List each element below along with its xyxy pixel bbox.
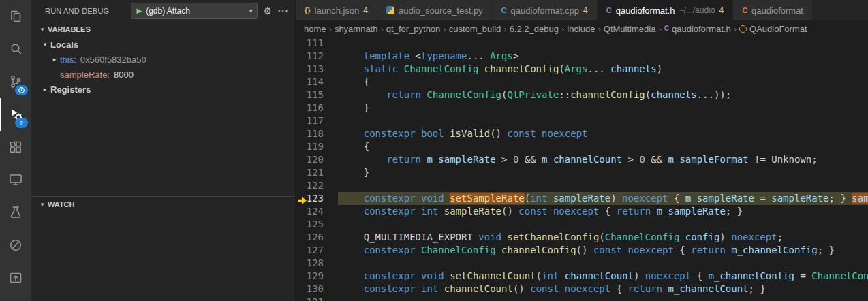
- remote-explorer-icon: [7, 172, 24, 188]
- breadcrumbs: home›shyamnath›qt_for_python›custom_buil…: [296, 20, 868, 37]
- more-actions-icon[interactable]: ⋯: [277, 5, 288, 16]
- code-line-131[interactable]: 131: [296, 296, 868, 301]
- activity-item-circle-slash[interactable]: [0, 229, 31, 262]
- breadcrumb-qaudioformat-h[interactable]: Cqaudioformat.h: [664, 24, 731, 34]
- line-number[interactable]: 129: [296, 270, 338, 283]
- testing-icon: [7, 204, 24, 221]
- code-line-115[interactable]: 115 return ChannelConfig(QtPrivate::chan…: [296, 89, 868, 101]
- line-number[interactable]: 116: [296, 101, 338, 114]
- line-number[interactable]: 117: [296, 114, 338, 127]
- code-line-116[interactable]: 116 }: [296, 101, 868, 114]
- line-number[interactable]: 114: [296, 76, 338, 89]
- code-line-content: constexpr void setSampleRate(int sampleR…: [338, 192, 868, 205]
- code-line-124[interactable]: 124 constexpr int sampleRate() const noe…: [296, 205, 868, 218]
- line-number[interactable]: 127: [296, 244, 338, 257]
- code-line-121[interactable]: 121 }: [296, 166, 868, 179]
- code-line-112[interactable]: 112 template <typename... Args>: [296, 50, 868, 63]
- variables-pane: ▾ VARIABLES ▾Locals▸this:0x560f5832ba50s…: [31, 22, 295, 196]
- line-number[interactable]: 128: [296, 257, 338, 270]
- breadcrumb-qtmultimedia[interactable]: QtMultimedia: [604, 24, 656, 34]
- activity-item-explorer[interactable]: [0, 0, 31, 33]
- code-line-123[interactable]: 123 constexpr void setSampleRate(int sam…: [296, 192, 868, 205]
- code-line-content: [338, 114, 868, 127]
- line-number[interactable]: 118: [296, 127, 338, 140]
- breadcrumb-qaudioformat[interactable]: QAudioFormat: [739, 24, 807, 34]
- code-line-113[interactable]: 113 static ChannelConfig channelConfig(A…: [296, 63, 868, 76]
- breadcrumb-qt-for-python[interactable]: qt_for_python: [386, 24, 441, 34]
- code-line-118[interactable]: 118 constexpr bool isValid() const noexc…: [296, 127, 868, 140]
- debug-config-label: (gdb) Attach: [146, 6, 190, 16]
- breadcrumb-home[interactable]: home: [304, 24, 326, 34]
- json-file-icon: {}: [305, 7, 311, 14]
- tab-qaudioformat-h[interactable]: Cqaudioformat.h~/.../audio4: [598, 0, 733, 20]
- gear-icon[interactable]: ⚙: [263, 6, 272, 16]
- tab-label: audio_source_test.py: [399, 5, 483, 16]
- breadcrumb-custom-build[interactable]: custom_build: [449, 24, 501, 34]
- code-line-content: }: [338, 101, 868, 114]
- code-line-129[interactable]: 129 constexpr void setChannelCount(int c…: [296, 270, 868, 283]
- tab-qaudioformat-cpp[interactable]: Cqaudioformat.cpp4: [493, 0, 598, 20]
- watch-pane: ▾ WATCH: [31, 196, 295, 301]
- code-line-111[interactable]: 111: [296, 37, 868, 50]
- breadcrumb-6-2-2-debug[interactable]: 6.2.2_debug: [510, 24, 559, 34]
- activity-item-testing[interactable]: [0, 196, 31, 229]
- chevron-right-icon: ▸: [40, 86, 50, 93]
- activity-item-inbox[interactable]: [0, 262, 31, 294]
- code-line-content: static ChannelConfig channelConfig(Args.…: [338, 63, 868, 76]
- class-symbol-icon: [739, 25, 747, 33]
- tab-label: qaudioformat.cpp: [511, 5, 579, 16]
- scope-registers[interactable]: ▸Registers: [31, 82, 295, 97]
- line-number[interactable]: 131: [296, 296, 338, 301]
- code-line-127[interactable]: 127 constexpr ChannelConfig channelConfi…: [296, 244, 868, 257]
- variable-this[interactable]: ▸this:0x560f5832ba50: [31, 52, 295, 67]
- breadcrumb-separator: ›: [658, 24, 661, 34]
- line-number[interactable]: 124: [296, 205, 338, 218]
- tab-audio-source-test-py[interactable]: audio_source_test.py: [377, 0, 493, 20]
- line-number[interactable]: 115: [296, 89, 338, 101]
- variable-sampleRate[interactable]: sampleRate:8000: [31, 67, 295, 82]
- breadcrumb-shyamnath[interactable]: shyamnath: [335, 24, 378, 34]
- line-number[interactable]: 125: [296, 218, 338, 231]
- sidebar-header: RUN AND DEBUG ▶ (gdb) Attach ▾ ⚙ ⋯: [31, 0, 295, 22]
- activity-item-remote-explorer[interactable]: [0, 163, 31, 196]
- code-line-128[interactable]: 128: [296, 257, 868, 270]
- line-number[interactable]: 120: [296, 153, 338, 166]
- line-number[interactable]: 113: [296, 63, 338, 76]
- tab-label: qaudioformat: [751, 5, 803, 16]
- line-number[interactable]: 121: [296, 166, 338, 179]
- tab-badge: 4: [363, 5, 368, 15]
- variable-value: 0x560f5832ba50: [80, 54, 146, 65]
- code-line-120[interactable]: 120 return m_sampleRate > 0 && m_channel…: [296, 153, 868, 166]
- breadcrumb-include[interactable]: include: [567, 24, 595, 34]
- line-number[interactable]: 112: [296, 50, 338, 63]
- code-line-125[interactable]: 125: [296, 218, 868, 231]
- explorer-icon: [7, 8, 24, 25]
- code-line-122[interactable]: 122: [296, 179, 868, 192]
- debug-current-line-arrow: [298, 195, 307, 202]
- code-area[interactable]: 111112 template <typename... Args>113 st…: [296, 37, 868, 301]
- line-number[interactable]: 111: [296, 37, 338, 50]
- code-line-content: Q_MULTIMEDIA_EXPORT void setChannelConfi…: [338, 231, 868, 244]
- watch-section-header[interactable]: ▾ WATCH: [31, 197, 295, 212]
- tab-launch-json[interactable]: {}launch.json4: [296, 0, 377, 20]
- line-number[interactable]: 126: [296, 231, 338, 244]
- breadcrumb-label: include: [567, 24, 595, 34]
- line-number[interactable]: 130: [296, 283, 338, 296]
- activity-item-run-and-debug[interactable]: 2: [0, 98, 31, 131]
- line-number[interactable]: 119: [296, 140, 338, 153]
- activity-item-extensions[interactable]: [0, 131, 31, 163]
- debug-config-dropdown[interactable]: ▶ (gdb) Attach ▾: [131, 3, 258, 19]
- code-line-130[interactable]: 130 constexpr int channelCount() const n…: [296, 283, 868, 296]
- variables-section-header[interactable]: ▾ VARIABLES: [31, 22, 295, 37]
- code-line-114[interactable]: 114 {: [296, 76, 868, 89]
- activity-item-search[interactable]: [0, 33, 31, 65]
- activity-item-source-control[interactable]: [0, 65, 31, 98]
- code-line-126[interactable]: 126 Q_MULTIMEDIA_EXPORT void setChannelC…: [296, 231, 868, 244]
- scope-locals[interactable]: ▾Locals: [31, 37, 295, 52]
- breadcrumb-separator: ›: [734, 24, 737, 34]
- line-number[interactable]: 122: [296, 179, 338, 192]
- code-line-117[interactable]: 117: [296, 114, 868, 127]
- code-line-119[interactable]: 119 {: [296, 140, 868, 153]
- tab-qaudioformat[interactable]: Cqaudioformat: [733, 0, 813, 20]
- start-debugging-icon[interactable]: ▶: [136, 7, 142, 14]
